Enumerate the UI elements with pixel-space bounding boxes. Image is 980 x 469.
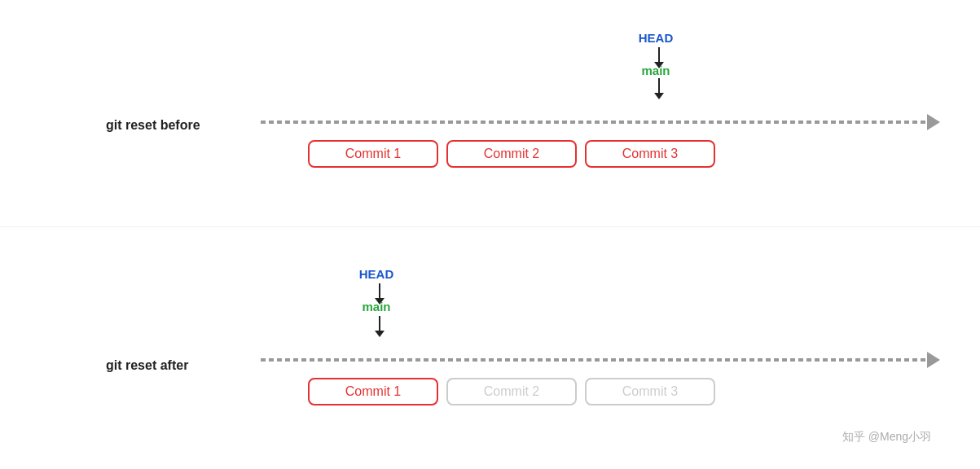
after-commit-3: Commit 3 — [585, 378, 715, 405]
before-commit-3: Commit 3 — [585, 140, 715, 168]
before-commit-2: Commit 2 — [446, 140, 577, 168]
before-head-label: HEAD — [631, 31, 680, 45]
after-commit-1: Commit 1 — [308, 378, 438, 405]
after-section-label: git reset after — [106, 358, 188, 373]
before-commit-1: Commit 1 — [308, 140, 438, 168]
diagram-container: git reset before HEAD main Commit 1 Comm… — [0, 0, 980, 469]
before-section-label: git reset before — [106, 118, 200, 133]
before-main-label: main — [631, 64, 680, 77]
after-main-label: main — [352, 300, 401, 313]
after-main-arrow — [375, 316, 385, 337]
watermark: 知乎 @Meng小羽 — [842, 430, 931, 445]
before-main-arrow — [654, 78, 664, 99]
after-head-label: HEAD — [352, 267, 401, 281]
after-commit-2: Commit 2 — [446, 378, 577, 405]
before-timeline — [261, 121, 929, 124]
after-timeline — [261, 358, 929, 362]
divider — [0, 226, 980, 227]
